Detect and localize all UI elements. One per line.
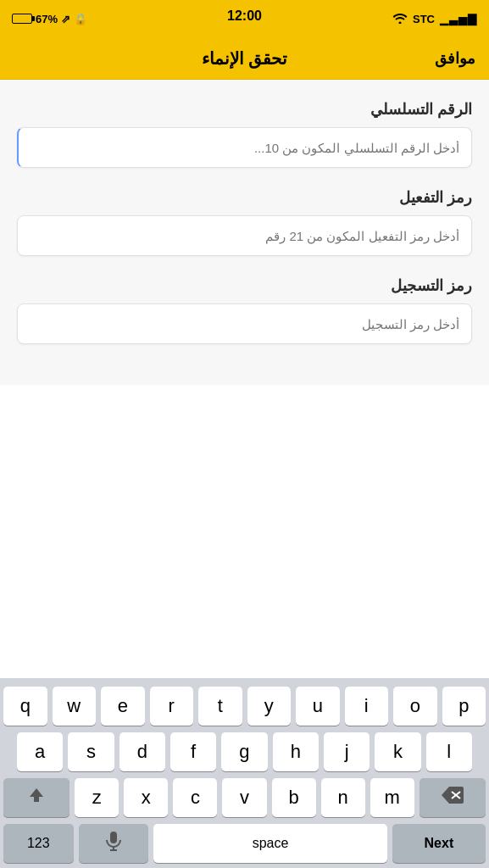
key-d[interactable]: d xyxy=(119,732,165,771)
key-k[interactable]: k xyxy=(375,732,420,771)
nav-title: تحقق الإنماء xyxy=(202,48,288,69)
key-w[interactable]: w xyxy=(53,687,97,726)
key-x[interactable]: x xyxy=(124,778,168,817)
key-q[interactable]: q xyxy=(3,687,47,726)
registration-label: رمز التسجيل xyxy=(17,276,472,295)
key-t[interactable]: t xyxy=(198,687,242,726)
serial-input[interactable] xyxy=(17,127,472,168)
key-s[interactable]: s xyxy=(68,732,114,771)
key-j[interactable]: j xyxy=(324,732,370,771)
nav-action-button[interactable]: موافق xyxy=(435,49,475,68)
key-n[interactable]: n xyxy=(321,778,365,817)
shift-icon xyxy=(28,787,45,809)
registration-input[interactable] xyxy=(17,303,472,344)
space-key[interactable]: space xyxy=(153,824,387,863)
next-key[interactable]: Next xyxy=(392,824,486,863)
activation-input[interactable] xyxy=(17,215,472,256)
keyboard-row-3: z x c v b n m xyxy=(0,778,489,817)
keyboard-bottom-row: 123 space Next xyxy=(0,824,489,868)
battery-percent: 67% xyxy=(36,13,58,25)
key-f[interactable]: f xyxy=(170,732,216,771)
key-b[interactable]: b xyxy=(272,778,316,817)
delete-icon xyxy=(442,787,464,809)
registration-field-group: رمز التسجيل xyxy=(17,276,472,344)
svg-marker-0 xyxy=(30,788,43,802)
carrier-name: STC xyxy=(413,13,435,25)
key-m[interactable]: m xyxy=(370,778,414,817)
mic-key[interactable] xyxy=(79,824,149,863)
wifi-icon xyxy=(392,12,408,26)
keyboard-row-2: a s d f g h j k l xyxy=(0,732,489,771)
key-g[interactable]: g xyxy=(221,732,267,771)
activation-label: رمز التفعيل xyxy=(17,188,472,207)
mic-icon xyxy=(106,832,121,855)
key-h[interactable]: h xyxy=(273,732,319,771)
keyboard: q w e r t y u i o p a s d f g h j k l z … xyxy=(0,678,489,868)
key-a[interactable]: a xyxy=(17,732,63,771)
key-o[interactable]: o xyxy=(393,687,437,726)
nav-bar: تحقق الإنماء موافق xyxy=(0,37,489,80)
key-r[interactable]: r xyxy=(150,687,194,726)
status-time: 12:00 xyxy=(227,8,262,24)
key-p[interactable]: p xyxy=(442,687,486,726)
status-bar: 67% ⇗ 🔒 12:00 STC ▁▃▅▇ xyxy=(0,0,489,37)
svg-rect-3 xyxy=(110,832,117,843)
delete-key[interactable] xyxy=(420,778,486,817)
key-v[interactable]: v xyxy=(222,778,266,817)
key-l[interactable]: l xyxy=(426,732,472,771)
location-icon: ⇗ xyxy=(61,13,70,25)
shift-key[interactable] xyxy=(3,778,69,817)
key-i[interactable]: i xyxy=(345,687,389,726)
serial-label: الرقم التسلسلي xyxy=(17,100,472,119)
keyboard-row-1: q w e r t y u i o p xyxy=(0,687,489,726)
key-c[interactable]: c xyxy=(173,778,217,817)
key-u[interactable]: u xyxy=(296,687,340,726)
key-e[interactable]: e xyxy=(101,687,145,726)
serial-field-group: الرقم التسلسلي xyxy=(17,100,472,168)
lock-icon: 🔒 xyxy=(74,13,87,25)
status-bar-left: 67% ⇗ 🔒 xyxy=(12,13,87,25)
signal-bars-icon: ▁▃▅▇ xyxy=(440,13,477,25)
activation-field-group: رمز التفعيل xyxy=(17,188,472,256)
key-y[interactable]: y xyxy=(247,687,292,726)
numbers-key[interactable]: 123 xyxy=(3,824,74,863)
form-content: الرقم التسلسلي رمز التفعيل رمز التسجيل xyxy=(0,80,489,385)
battery-icon xyxy=(12,14,32,24)
key-z[interactable]: z xyxy=(75,778,119,817)
status-bar-right: STC ▁▃▅▇ xyxy=(392,12,477,26)
